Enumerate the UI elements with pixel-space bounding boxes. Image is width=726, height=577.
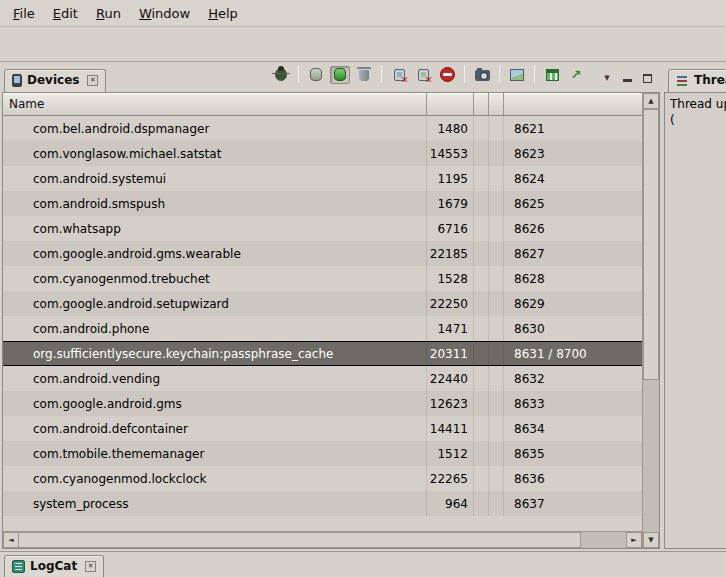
threads-icon xyxy=(676,74,689,87)
view-menu-button[interactable]: ▼ xyxy=(600,71,614,85)
threads-message-line2: ( xyxy=(670,112,724,128)
menu-file[interactable]: File xyxy=(4,2,44,25)
menu-help[interactable]: Help xyxy=(199,2,247,25)
process-name: com.android.vending xyxy=(3,366,427,391)
table-row[interactable]: com.android.systemui11958624 xyxy=(3,166,642,191)
process-port: 8637 xyxy=(504,491,642,516)
column-header-c1[interactable] xyxy=(474,93,489,115)
table-row[interactable]: com.android.vending224408632 xyxy=(3,366,642,391)
method-profiling-button[interactable]: ↗ xyxy=(566,66,586,84)
process-name: com.vonglasow.michael.satstat xyxy=(3,141,427,166)
tab-devices[interactable]: Devices ✕ xyxy=(4,69,106,92)
process-pid: 1512 xyxy=(427,441,474,466)
update-heap-button[interactable] xyxy=(306,66,326,84)
cause-gc-button[interactable] xyxy=(354,66,374,84)
process-name: com.android.smspush xyxy=(3,191,427,216)
table-row[interactable]: com.cyanogenmod.lockclock222658636 xyxy=(3,466,642,491)
cell-empty xyxy=(489,366,504,391)
cell-empty xyxy=(489,241,504,266)
cell-empty xyxy=(474,116,489,141)
process-pid: 1471 xyxy=(427,316,474,341)
process-name: com.android.systemui xyxy=(3,166,427,191)
tab-threads-label: Threads xyxy=(694,73,726,87)
table-row[interactable]: com.google.android.setupwizard222508629 xyxy=(3,291,642,316)
cell-empty xyxy=(489,266,504,291)
process-port: 8632 xyxy=(504,366,642,391)
horizontal-scrollbar[interactable]: ◄ ► xyxy=(3,531,642,548)
table-row[interactable]: com.tmobile.thememanager15128635 xyxy=(3,441,642,466)
main-area: Devices ✕ ↗ ▼ Name com.bel.android.dspma… xyxy=(0,62,726,551)
stop-process-icon xyxy=(440,67,455,82)
tab-logcat[interactable]: LogCat ✕ xyxy=(4,555,104,577)
table-row[interactable]: com.vonglasow.michael.satstat145538623 xyxy=(3,141,642,166)
table-row[interactable]: org.sufficientlysecure.keychain:passphra… xyxy=(3,341,642,366)
tab-threads[interactable]: Threads ✕ xyxy=(668,69,726,92)
close-icon[interactable]: ✕ xyxy=(87,75,98,86)
process-pid: 14553 xyxy=(427,141,474,166)
cell-empty xyxy=(474,316,489,341)
view-hierarchy-button[interactable] xyxy=(507,66,527,84)
process-name: org.sufficientlysecure.keychain:passphra… xyxy=(3,342,427,365)
scroll-up-button[interactable]: ▲ xyxy=(643,93,659,109)
cell-empty xyxy=(474,241,489,266)
threads-content: Thread up ( xyxy=(664,92,726,549)
cell-empty xyxy=(489,466,504,491)
scroll-right-button[interactable]: ► xyxy=(626,532,642,548)
cell-empty xyxy=(489,491,504,516)
process-name: com.cyanogenmod.trebuchet xyxy=(3,266,427,291)
cell-empty xyxy=(474,166,489,191)
process-pid: 20311 xyxy=(427,342,474,365)
stop-process-button[interactable] xyxy=(437,66,457,84)
close-icon[interactable]: ✕ xyxy=(85,561,96,572)
table-row[interactable]: com.google.android.gms126238633 xyxy=(3,391,642,416)
table-row[interactable]: com.google.android.gms.wearable221858627 xyxy=(3,241,642,266)
table-row[interactable]: com.android.smspush16798625 xyxy=(3,191,642,216)
cell-empty xyxy=(489,216,504,241)
process-name: com.cyanogenmod.lockclock xyxy=(3,466,427,491)
process-name: com.android.defcontainer xyxy=(3,416,427,441)
process-pid: 22250 xyxy=(427,291,474,316)
table-row[interactable]: com.whatsapp67168626 xyxy=(3,216,642,241)
thread-columns-button[interactable] xyxy=(542,66,562,84)
vertical-scrollbar-thumb[interactable] xyxy=(643,109,659,380)
scroll-down-button[interactable]: ▼ xyxy=(643,532,659,548)
process-pid: 22265 xyxy=(427,466,474,491)
table-row[interactable]: com.android.defcontainer144118634 xyxy=(3,416,642,441)
menu-run[interactable]: Run xyxy=(87,2,130,25)
menu-edit[interactable]: Edit xyxy=(44,2,87,25)
cell-empty xyxy=(474,366,489,391)
table-row[interactable]: com.android.phone14718630 xyxy=(3,316,642,341)
horizontal-scrollbar-thumb[interactable] xyxy=(19,532,581,548)
screen-capture-button[interactable] xyxy=(472,66,492,84)
view-controls: ▼ xyxy=(592,71,658,92)
maximize-button[interactable] xyxy=(640,71,654,85)
cell-empty xyxy=(489,316,504,341)
process-table-column: Name com.bel.android.dspmanager14808621c… xyxy=(3,93,642,548)
column-header-pid[interactable] xyxy=(427,93,474,115)
column-header-name[interactable]: Name xyxy=(3,93,427,115)
table-row[interactable]: com.bel.android.dspmanager14808621 xyxy=(3,116,642,141)
column-header-c2[interactable] xyxy=(489,93,504,115)
process-name: com.google.android.setupwizard xyxy=(3,291,427,316)
horizontal-scrollbar-track[interactable] xyxy=(581,532,626,548)
cell-empty xyxy=(474,391,489,416)
process-pid: 1195 xyxy=(427,166,474,191)
table-row[interactable]: system_process9648637 xyxy=(3,491,642,516)
toolbar-separator xyxy=(298,65,299,83)
heap-updates-button[interactable] xyxy=(330,66,350,84)
table-row[interactable]: com.cyanogenmod.trebuchet15288628 xyxy=(3,266,642,291)
menu-window[interactable]: Window xyxy=(130,2,199,25)
update-threads-button[interactable] xyxy=(389,66,409,84)
scroll-left-button[interactable]: ◄ xyxy=(3,532,19,548)
debug-button[interactable] xyxy=(271,66,291,84)
minimize-icon xyxy=(623,74,632,82)
cell-empty xyxy=(474,466,489,491)
process-name: system_process xyxy=(3,491,427,516)
vertical-scrollbar-track[interactable] xyxy=(643,109,659,532)
stop-tracking-button[interactable] xyxy=(413,66,433,84)
column-header-port[interactable] xyxy=(504,93,642,115)
process-pid: 6716 xyxy=(427,216,474,241)
minimize-button[interactable] xyxy=(620,71,634,85)
vertical-scrollbar[interactable]: ▲ ▼ xyxy=(642,93,659,548)
threads-message-line1: Thread up xyxy=(670,96,724,112)
